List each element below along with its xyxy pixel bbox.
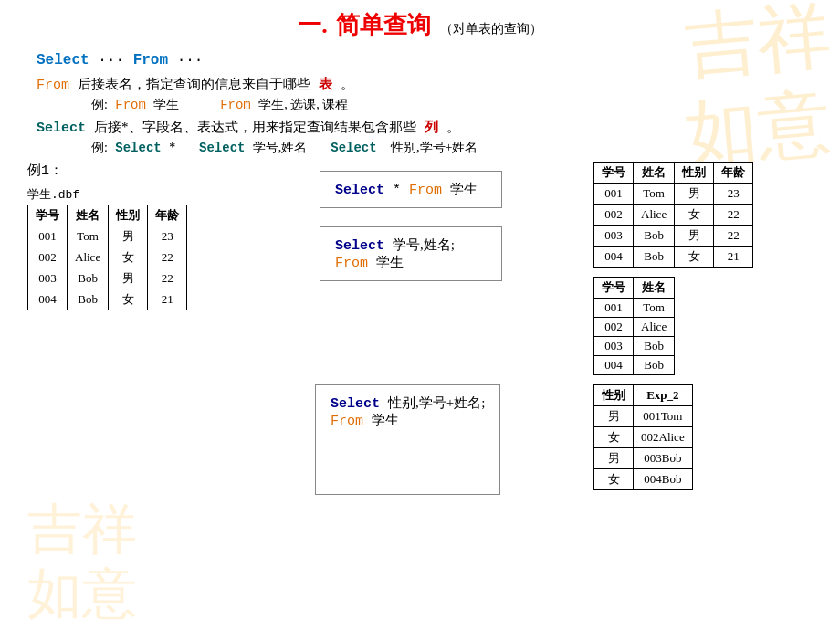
- sel-ex-text3: 性别,学号+姓名: [384, 141, 478, 154]
- select-example-line: 例: Select * Select 学号,姓名 Select 性别,学号+姓名: [91, 140, 822, 156]
- select-desc-line: Select 后接*、字段名、表达式，用来指定查询结果包含那些 列 。: [37, 119, 822, 136]
- title-main: 简单查询: [336, 12, 431, 38]
- sql2-select: Select: [335, 238, 384, 254]
- select-desc-block: Select 后接*、字段名、表达式，用来指定查询结果包含那些 列 。 例: S…: [37, 119, 822, 156]
- from-ex-text1: 学生: [153, 98, 179, 111]
- r2-col-name: 姓名: [634, 278, 675, 299]
- table-row: 004Bob女21: [28, 289, 187, 310]
- syntax-line: Select ··· From ···: [37, 52, 822, 68]
- r3-col-gender: 性别: [594, 385, 634, 406]
- sql1-from: From: [409, 183, 442, 198]
- bottom-right: 性别 Exp_2 男001Tom女002Alice男003Bob女004Bob: [584, 384, 822, 495]
- watermark-4: 如意: [27, 566, 137, 621]
- from-example-line: 例: From 学生 From 学生, 选课, 课程: [91, 97, 822, 113]
- example-label: 例1：: [27, 162, 292, 179]
- col-header-id: 学号: [28, 205, 68, 226]
- dots1: ···: [98, 52, 132, 68]
- from-ex-text2: 学生, 选课, 课程: [258, 98, 348, 111]
- select-highlight-col: 列: [425, 120, 438, 134]
- title-block: 一. 简单查询 （对单表的查询）: [18, 9, 822, 41]
- from-example-prefix: 例:: [91, 98, 108, 111]
- r1-col-age: 年龄: [714, 163, 753, 184]
- sql3-from: From: [331, 414, 363, 429]
- result-table-2: 学号 姓名 001Tom002Alice003Bob004Bob: [593, 277, 675, 375]
- sql3-select: Select: [331, 396, 380, 412]
- select-keyword: Select: [37, 52, 89, 68]
- watermark-3: 吉祥: [27, 502, 137, 557]
- table-row: 003Bob: [594, 337, 675, 356]
- sql2-table: 学生: [376, 255, 404, 269]
- sql2-from: From: [335, 256, 368, 271]
- result-table-2-wrapper: 学号 姓名 001Tom002Alice003Bob004Bob: [593, 277, 822, 375]
- middle-column: Select * From 学生 Select 学号,姓名; From 学生: [292, 162, 584, 375]
- table-row: 女004Bob: [594, 469, 693, 490]
- r1-col-name: 姓名: [634, 163, 675, 184]
- sel-ex-text2: 学号,姓名: [253, 141, 323, 154]
- result-table-3: 性别 Exp_2 男001Tom女002Alice男003Bob女004Bob: [593, 384, 693, 490]
- select-keyword-desc: Select: [37, 121, 86, 136]
- r1-col-id: 学号: [594, 163, 634, 184]
- main-area: 例1： 学生.dbf 学号 姓名 性别 年龄 001Tom男23002Alice…: [18, 162, 822, 375]
- from-ex-kw1: From: [115, 98, 146, 112]
- from-keyword: From: [37, 78, 69, 93]
- col-header-name: 姓名: [68, 205, 109, 226]
- result-table-1-wrapper: 学号 姓名 性别 年龄 001Tom男23002Alice女22003Bob男2…: [593, 162, 822, 268]
- from-highlight-table: 表: [319, 77, 332, 91]
- select-example-prefix: 例:: [91, 141, 108, 154]
- table-row: 001Tom男23: [28, 226, 187, 247]
- table-row: 004Bob女21: [594, 247, 753, 268]
- table-row: 001Tom男23: [594, 184, 753, 205]
- col-header-gender: 性别: [109, 205, 148, 226]
- r3-col-exp: Exp_2: [634, 385, 693, 406]
- table-row: 002Alice女22: [28, 247, 187, 268]
- from-desc-block: From 后接表名，指定查询的信息来自于哪些 表 。 例: From 学生 Fr…: [37, 76, 822, 113]
- dots2: ···: [177, 52, 204, 68]
- right-column: 学号 姓名 性别 年龄 001Tom男23002Alice女22003Bob男2…: [584, 162, 822, 375]
- select-desc-text: 后接*、字段名、表达式，用来指定查询结果包含那些: [94, 120, 416, 134]
- table-row: 002Alice: [594, 318, 675, 337]
- title-sub: （对单表的查询）: [440, 22, 542, 36]
- select-suffix: 。: [446, 120, 460, 134]
- sql2-cols: 学号,姓名;: [393, 237, 455, 252]
- bottom-middle: Select 性别,学号+姓名; From 学生: [288, 384, 584, 495]
- sql1-select: Select: [335, 183, 384, 198]
- title-number: 一.: [298, 12, 328, 38]
- result-table-1: 学号 姓名 性别 年龄 001Tom男23002Alice女22003Bob男2…: [593, 162, 753, 268]
- sql3-table: 学生: [372, 413, 399, 427]
- sql-box-1: Select * From 学生: [320, 171, 502, 208]
- sel-ex-kw1: Select: [115, 141, 161, 155]
- r2-col-id: 学号: [594, 278, 634, 299]
- sql1-star: *: [393, 183, 409, 198]
- left-column: 例1： 学生.dbf 学号 姓名 性别 年龄 001Tom男23002Alice…: [18, 162, 292, 375]
- table-row: 004Bob: [594, 356, 675, 375]
- sql1-table: 学生: [450, 182, 478, 196]
- sql-box-3: Select 性别,学号+姓名; From 学生: [315, 384, 500, 495]
- table-row: 003Bob男22: [594, 226, 753, 247]
- from-keyword-syntax: From: [133, 52, 168, 68]
- student-table-title: 学生.dbf: [27, 186, 292, 203]
- sql-box-2: Select 学号,姓名; From 学生: [320, 226, 502, 281]
- student-table: 学号 姓名 性别 年龄 001Tom男23002Alice女22003Bob男2…: [27, 205, 187, 310]
- table-row: 男003Bob: [594, 448, 693, 469]
- r1-col-gender: 性别: [675, 163, 714, 184]
- from-suffix: 。: [341, 77, 354, 91]
- sel-ex-kw2: Select: [199, 141, 245, 155]
- sel-ex-kw3: Select: [331, 141, 376, 155]
- from-ex-spacer: [187, 98, 213, 111]
- sel-ex-text1: *: [169, 141, 192, 154]
- table-row: 002Alice女22: [594, 205, 753, 226]
- bottom-area: Select 性别,学号+姓名; From 学生 性别 Exp_2: [18, 384, 822, 495]
- from-desc-line: From 后接表名，指定查询的信息来自于哪些 表 。: [37, 76, 822, 93]
- table-row: 003Bob男22: [28, 268, 187, 289]
- table-row: 001Tom: [594, 299, 675, 318]
- col-header-age: 年龄: [148, 205, 187, 226]
- from-desc-text: 后接表名，指定查询的信息来自于哪些: [78, 77, 310, 91]
- from-ex-kw2: From: [220, 98, 251, 112]
- sql3-cols: 性别,学号+姓名;: [388, 395, 485, 410]
- table-row: 女002Alice: [594, 427, 693, 448]
- result-table-3-wrapper: 性别 Exp_2 男001Tom女002Alice男003Bob女004Bob: [593, 384, 693, 490]
- table-row: 男001Tom: [594, 406, 693, 427]
